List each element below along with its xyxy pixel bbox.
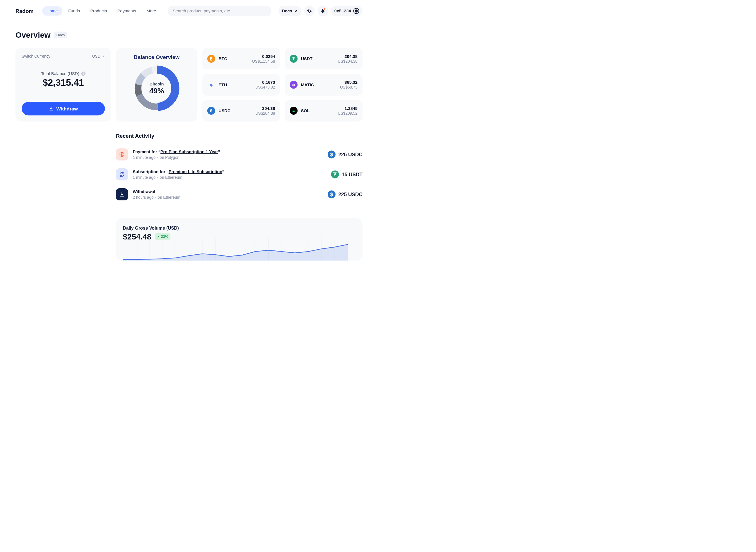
search-wrap: [168, 6, 272, 16]
token-usd: US$473.82: [255, 85, 275, 89]
docs-label: Docs: [282, 9, 292, 13]
activity-meta: 1 minute ago•on Polygon: [133, 155, 323, 160]
token-symbol: USDC: [219, 109, 231, 113]
activity-amount-icon: $: [328, 190, 335, 198]
avatar-icon: [353, 8, 359, 14]
switch-currency-label: Switch Currency: [22, 54, 50, 59]
token-symbol: USDT: [301, 56, 313, 61]
header: Radom HomeFundsProductsPaymentsMore Docs…: [15, 0, 362, 25]
usdt-icon: ₮: [290, 55, 298, 63]
top-grid: Switch Currency USD Total Balance (USD) …: [15, 48, 362, 122]
activity-row[interactable]: Subscription for “Premium Lite Subscript…: [116, 164, 362, 184]
token-card-sol[interactable]: ≡ SOL 1.2845 US$209.52: [285, 100, 362, 122]
usdc-icon: $: [207, 107, 215, 115]
token-card-matic[interactable]: ∞ MATIC 365.32 US$68.73: [285, 74, 362, 96]
activity-meta: 1 minute ago•on Ethereum: [133, 175, 326, 179]
main-nav: HomeFundsProductsPaymentsMore: [42, 6, 160, 16]
token-symbol: SOL: [301, 109, 310, 113]
token-usd: US$204.38: [338, 59, 357, 63]
donut-chart: Bitcoin 49%: [122, 64, 191, 112]
volume-sparkline: [123, 238, 348, 261]
total-balance-label: Total Balance (USD) i: [41, 72, 86, 76]
activity-icon: [116, 148, 128, 160]
token-usd: US$1,154.58: [252, 59, 275, 63]
nav-item-products[interactable]: Products: [86, 6, 111, 16]
info-icon[interactable]: i: [81, 72, 86, 76]
title-row: Overview Docs: [15, 25, 362, 48]
page-title: Overview: [15, 30, 50, 40]
balance-card: Switch Currency USD Total Balance (USD) …: [15, 48, 111, 122]
token-usd: US$204.38: [255, 111, 275, 116]
activity-row[interactable]: Withdrawal 2 hours ago•on Ethereum $ 225…: [116, 184, 362, 204]
arrow-up-right-icon: [294, 9, 298, 13]
nav-item-home[interactable]: Home: [42, 6, 62, 16]
volume-label: Daily Gross Volume (USD): [123, 226, 355, 231]
activity-amount-icon: $: [328, 151, 335, 158]
nav-item-more[interactable]: More: [142, 6, 160, 16]
donut-center-pct: 49%: [149, 87, 164, 95]
total-balance-value: $2,315.41: [22, 77, 105, 88]
activity-title: Recent Activity: [116, 133, 362, 139]
nav-item-funds[interactable]: Funds: [64, 6, 84, 16]
download-icon: [49, 106, 53, 111]
token-amount: 204.38: [338, 54, 357, 59]
activity-amount: ₮ 15 USDT: [331, 171, 362, 178]
sol-icon: ≡: [290, 107, 298, 115]
activity-link[interactable]: Premium Lite Subscription: [169, 169, 222, 174]
activity-link[interactable]: Pro Plan Subscription 1 Year: [160, 149, 218, 154]
token-grid: ₿ BTC 0.0254 US$1,154.58 ₮ USDT 204.38 U…: [202, 48, 362, 122]
activity-amount-icon: ₮: [331, 171, 339, 178]
token-amount: 0.0254: [252, 54, 275, 59]
activity-icon: [116, 188, 128, 200]
chevron-down-icon: [102, 55, 105, 58]
activity-meta: 2 hours ago•on Ethereum: [133, 195, 323, 199]
balance-overview-card: Balance Overview Bitcoin 49%: [116, 48, 197, 122]
activity-amount: $ 225 USDC: [328, 190, 362, 198]
trend-up-icon: [157, 235, 160, 238]
token-symbol: BTC: [219, 56, 227, 61]
token-amount: 204.38: [255, 106, 275, 111]
notifications-button[interactable]: [318, 6, 328, 16]
activity-amount: $ 225 USDC: [328, 151, 362, 158]
gear-icon: [307, 9, 312, 13]
wallet-button[interactable]: 0xf...234: [331, 6, 362, 16]
token-symbol: ETH: [219, 82, 227, 87]
currency-value: USD: [92, 54, 100, 59]
currency-dropdown[interactable]: USD: [92, 54, 105, 59]
token-card-usdc[interactable]: $ USDC 204.38 US$204.38: [202, 100, 280, 122]
withdraw-button[interactable]: Withdraw: [22, 102, 105, 116]
token-usd: US$209.52: [338, 111, 357, 116]
token-amount: 365.32: [340, 80, 357, 85]
token-symbol: MATIC: [301, 82, 314, 87]
token-card-eth[interactable]: ◆ ETH 0.1673 US$473.82: [202, 74, 280, 96]
token-card-btc[interactable]: ₿ BTC 0.0254 US$1,154.58: [202, 48, 280, 70]
docs-chip[interactable]: Docs: [54, 32, 68, 38]
volume-card: Daily Gross Volume (USD) $254.48 33%: [116, 219, 362, 261]
withdraw-label: Withdraw: [56, 106, 78, 112]
activity-title: Subscription for “Premium Lite Subscript…: [133, 169, 326, 174]
token-usd: US$68.73: [340, 85, 357, 89]
matic-icon: ∞: [290, 81, 298, 89]
token-amount: 1.2845: [338, 106, 357, 111]
eth-icon: ◆: [207, 81, 215, 89]
brand-logo: Radom: [15, 8, 33, 14]
settings-button[interactable]: [304, 6, 315, 16]
docs-button[interactable]: Docs: [279, 6, 301, 16]
activity-title: Withdrawal: [133, 189, 323, 194]
activity-row[interactable]: Payment for “Pro Plan Subscription 1 Yea…: [116, 144, 362, 164]
token-amount: 0.1673: [255, 80, 275, 85]
nav-item-payments[interactable]: Payments: [113, 6, 141, 16]
search-input[interactable]: [168, 6, 272, 16]
donut-center-name: Bitcoin: [149, 82, 164, 87]
activity-icon: [116, 168, 128, 180]
activity-section: Recent Activity Payment for “Pro Plan Su…: [116, 133, 362, 204]
notification-dot: [323, 8, 325, 10]
token-card-usdt[interactable]: ₮ USDT 204.38 US$204.38: [285, 48, 362, 70]
btc-icon: ₿: [207, 55, 215, 63]
currency-switcher: Switch Currency USD: [22, 54, 105, 59]
wallet-address: 0xf...234: [334, 9, 351, 13]
donut-title: Balance Overview: [122, 54, 191, 60]
activity-title: Payment for “Pro Plan Subscription 1 Yea…: [133, 149, 323, 154]
